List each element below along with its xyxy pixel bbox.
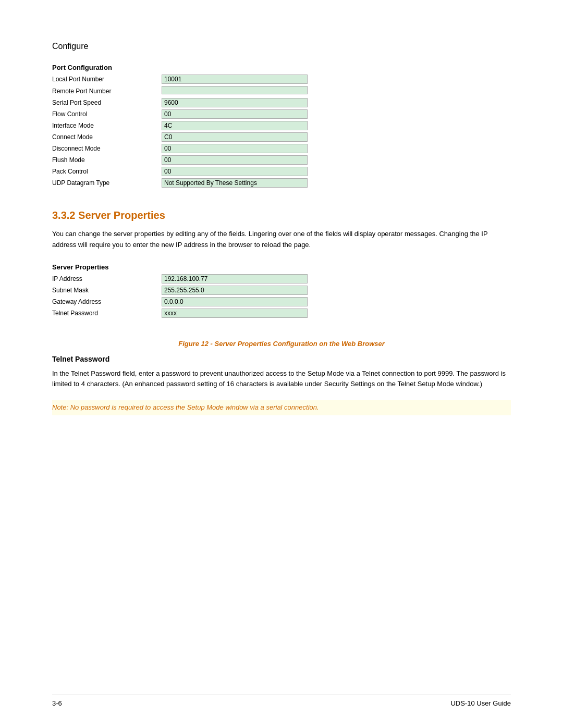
table-row: Serial Port Speed9600 (52, 97, 344, 108)
field-label: Telnet Password (52, 307, 162, 319)
table-row: Remote Port Number (52, 85, 344, 97)
footer-left: 3-6 (52, 699, 62, 707)
figure-caption: Figure 12 - Server Properties Configurat… (52, 340, 511, 348)
table-row: UDP Datagram TypeNot Supported By These … (52, 177, 344, 189)
configure-heading: Configure (52, 42, 511, 51)
port-config-table: Port Configuration Local Port Number1000… (52, 61, 344, 189)
table-row: Interface Mode4C (52, 120, 344, 131)
field-label: Flow Control (52, 108, 162, 120)
field-value-cell: C0 (162, 131, 344, 143)
field-value-cell (162, 85, 344, 97)
table-row: IP Address192.168.100.77 (52, 273, 344, 285)
field-label: Remote Port Number (52, 85, 162, 97)
field-value-cell: 00 (162, 143, 344, 154)
field-value: 00 (162, 167, 308, 176)
telnet-password-body: In the Telnet Password field, enter a pa… (52, 368, 511, 390)
field-value (162, 86, 308, 94)
field-value: 00 (162, 144, 308, 153)
field-label: Serial Port Speed (52, 97, 162, 108)
field-label: Gateway Address (52, 296, 162, 307)
field-value: 0.0.0.0 (162, 297, 308, 306)
table-row: Connect ModeC0 (52, 131, 344, 143)
field-label: Disconnect Mode (52, 143, 162, 154)
table-row: Gateway Address0.0.0.0 (52, 296, 344, 307)
field-value-cell: 4C (162, 120, 344, 131)
table-row: Pack Control00 (52, 166, 344, 177)
field-value-cell: 9600 (162, 97, 344, 108)
field-value: 255.255.255.0 (162, 286, 308, 295)
field-value-cell: 0.0.0.0 (162, 296, 344, 307)
field-label: Subnet Mask (52, 285, 162, 296)
field-value-cell: 255.255.255.0 (162, 285, 344, 296)
field-value: xxxx (162, 309, 308, 318)
server-properties-section-label: Server Properties (52, 263, 108, 271)
field-value: 00 (162, 109, 308, 119)
field-label: UDP Datagram Type (52, 177, 162, 189)
table-row: Disconnect Mode00 (52, 143, 344, 154)
field-label: Flush Mode (52, 154, 162, 166)
table-row: Subnet Mask255.255.255.0 (52, 285, 344, 296)
telnet-password-heading: Telnet Password (52, 355, 511, 363)
server-properties-heading: 3.3.2 Server Properties (52, 209, 511, 221)
field-value: C0 (162, 132, 308, 142)
field-value: 10001 (162, 75, 308, 84)
field-value: 192.168.100.77 (162, 274, 308, 283)
server-properties-table: Server Properties IP Address192.168.100.… (52, 261, 344, 319)
port-config-section-label: Port Configuration (52, 64, 112, 71)
note-text: Note: No password is required to access … (52, 400, 511, 415)
field-label: Connect Mode (52, 131, 162, 143)
footer-right: UDS-10 User Guide (450, 699, 511, 707)
field-value-cell: 192.168.100.77 (162, 273, 344, 285)
field-label: IP Address (52, 273, 162, 285)
table-row: Flush Mode00 (52, 154, 344, 166)
field-value: 9600 (162, 98, 308, 107)
field-value: 4C (162, 121, 308, 130)
field-value: 00 (162, 155, 308, 165)
field-label: Interface Mode (52, 120, 162, 131)
field-value-cell: xxxx (162, 307, 344, 319)
table-row: Flow Control00 (52, 108, 344, 120)
field-value-cell: 00 (162, 166, 344, 177)
table-row: Telnet Passwordxxxx (52, 307, 344, 319)
table-row: Local Port Number10001 (52, 73, 344, 85)
field-value-cell: Not Supported By These Settings (162, 177, 344, 189)
page-footer: 3-6 UDS-10 User Guide (52, 695, 511, 707)
field-value-cell: 00 (162, 108, 344, 120)
field-value: Not Supported By These Settings (162, 178, 308, 188)
field-value-cell: 10001 (162, 73, 344, 85)
field-label: Local Port Number (52, 73, 162, 85)
server-properties-body: You can change the server properties by … (52, 229, 511, 251)
field-value-cell: 00 (162, 154, 344, 166)
field-label: Pack Control (52, 166, 162, 177)
